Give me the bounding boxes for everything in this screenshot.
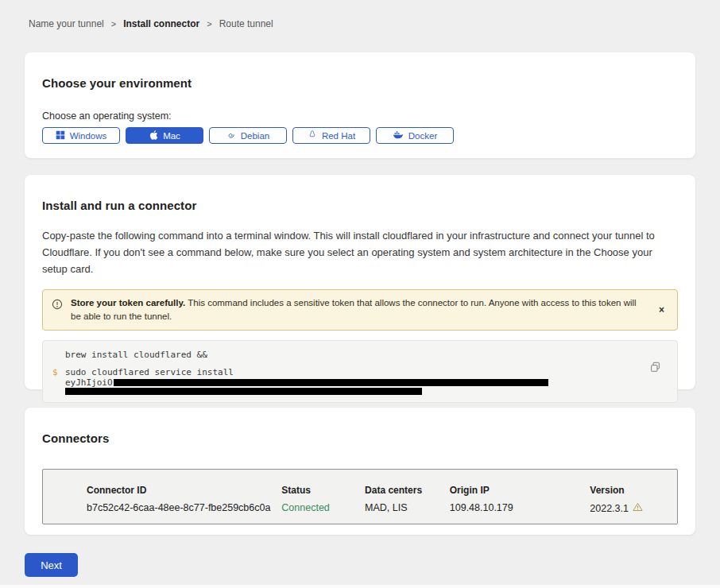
install-connector-description: Copy-paste the following command into a … — [42, 227, 678, 277]
os-button-label: Docker — [408, 131, 437, 141]
connectors-card: Connectors Connector ID Status Data cent… — [25, 408, 695, 535]
breadcrumb-separator: > — [207, 19, 211, 29]
version-number: 2022.3.1 — [590, 503, 629, 514]
version-value: 2022.3.1 — [590, 502, 677, 514]
os-button-label: Red Hat — [322, 131, 355, 141]
column-header-connector-id: Connector ID — [87, 485, 281, 496]
install-connector-card: Install and run a connector Copy-paste t… — [25, 175, 695, 389]
os-button-docker[interactable]: Docker — [376, 127, 454, 144]
connectors-table-header-row: Connector ID Status Data centers Origin … — [87, 485, 677, 496]
viewport-bottom-edge — [0, 585, 720, 588]
breadcrumb-install-connector[interactable]: Install connector — [123, 18, 199, 29]
copy-icon[interactable] — [650, 362, 660, 375]
os-button-label: Mac — [163, 131, 180, 141]
connector-id-value: b7c52c42-6caa-48ee-8c77-fbe259cb6c0a — [87, 502, 281, 514]
redacted-token-bar — [114, 379, 548, 386]
token-warning-bold: Store your token carefully. — [71, 298, 185, 308]
environment-card: Choose your environment Choose an operat… — [25, 52, 695, 158]
code-line-sudo: $ sudo cloudflared service install — [52, 367, 668, 377]
origin-ip-value: 109.48.10.179 — [450, 502, 590, 514]
token-prefix: eyJhIjoiO — [65, 377, 113, 388]
status-badge: Connected — [281, 502, 365, 514]
token-warning-banner: Store your token carefully. This command… — [42, 289, 678, 331]
table-row: b7c52c42-6caa-48ee-8c77-fbe259cb6c0a Con… — [87, 502, 677, 514]
token-warning-text: Store your token carefully. This command… — [71, 296, 648, 323]
next-button[interactable]: Next — [25, 553, 78, 577]
data-centers-value: MAD, LIS — [365, 502, 450, 514]
breadcrumb-route-tunnel[interactable]: Route tunnel — [219, 18, 273, 29]
os-button-row: Windows Mac Debian Red Hat Docker — [42, 127, 678, 144]
os-button-label: Debian — [241, 131, 269, 141]
os-label: Choose an operating system: — [42, 110, 678, 122]
os-button-debian[interactable]: Debian — [209, 127, 287, 144]
windows-logo-icon — [56, 130, 65, 141]
environment-card-title: Choose your environment — [42, 52, 678, 90]
code-line-token: eyJhIjoiO — [52, 377, 668, 388]
shell-prompt: $ — [52, 367, 58, 377]
os-button-windows[interactable]: Windows — [42, 127, 120, 144]
os-button-redhat[interactable]: Red Hat — [292, 127, 370, 144]
connectors-table: Connector ID Status Data centers Origin … — [42, 469, 678, 524]
breadcrumb: Name your tunnel > Install connector > R… — [29, 18, 273, 29]
install-connector-title: Install and run a connector — [42, 175, 678, 212]
install-command-code-block: brew install cloudflared && $ sudo cloud… — [42, 340, 678, 403]
redacted-token-bar — [65, 388, 422, 395]
breadcrumb-separator: > — [111, 19, 116, 29]
connectors-title: Connectors — [42, 408, 678, 445]
os-button-mac[interactable]: Mac — [126, 127, 203, 144]
warning-triangle-icon — [633, 502, 643, 514]
close-icon[interactable]: × — [656, 304, 668, 316]
column-header-origin-ip: Origin IP — [450, 485, 590, 496]
code-line-brew: brew install cloudflared && — [52, 350, 668, 360]
docker-logo-icon — [393, 130, 404, 141]
column-header-version: Version — [590, 485, 677, 496]
breadcrumb-name-your-tunnel[interactable]: Name your tunnel — [29, 18, 104, 29]
alert-circle-icon — [52, 299, 63, 313]
debian-logo-icon — [226, 130, 236, 141]
apple-logo-icon — [149, 130, 158, 142]
redhat-logo-icon — [308, 130, 317, 141]
os-button-label: Windows — [70, 131, 107, 141]
column-header-status: Status — [281, 485, 365, 496]
code-line-sudo-text: sudo cloudflared service install — [65, 367, 234, 377]
column-header-data-centers: Data centers — [365, 485, 450, 496]
